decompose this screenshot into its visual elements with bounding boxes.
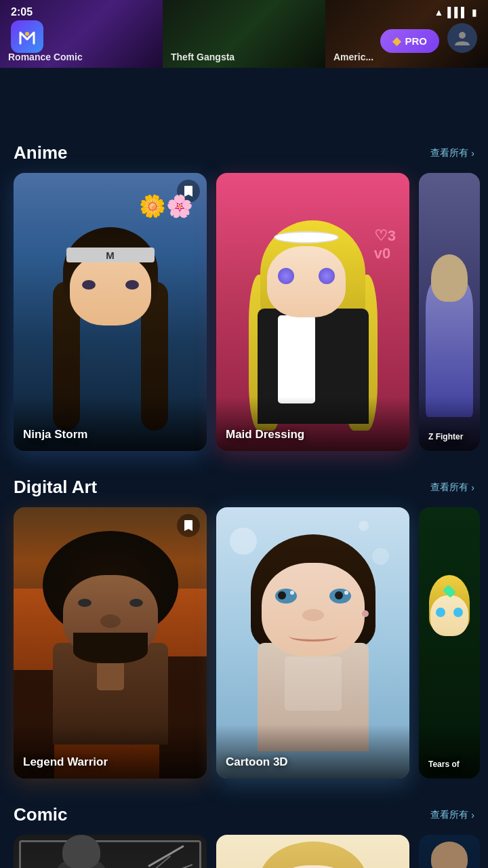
anime-view-all-label: 查看所有 xyxy=(430,147,468,159)
anime-section: Anime 查看所有 › M xyxy=(0,129,488,458)
card-legend-warrior[interactable]: Legend Warrior xyxy=(14,507,207,778)
svg-point-1 xyxy=(459,32,466,39)
svg-point-0 xyxy=(25,32,29,36)
status-icons: ▲ ▌▌▌ ▮ xyxy=(434,7,477,18)
tears-of-label: Tears of xyxy=(428,760,460,769)
card-ninja-storm[interactable]: M 🌼🌸 Ninja Storm xyxy=(14,173,207,451)
pro-diamond-icon: ◆ xyxy=(392,35,401,47)
digital-art-view-all[interactable]: 查看所有 › xyxy=(430,481,474,494)
anime-title: Anime xyxy=(14,142,67,163)
cartoon-3d-label: Cartoon 3D xyxy=(226,755,288,769)
ninja-storm-label: Ninja Storm xyxy=(23,428,87,441)
status-bar: 2:05 ▲ ▌▌▌ ▮ xyxy=(0,0,488,24)
bookmark-warrior[interactable] xyxy=(177,514,200,537)
comic-title: Comic xyxy=(14,804,67,825)
app-logo[interactable] xyxy=(11,20,43,53)
main-content: Anime 查看所有 › M xyxy=(0,129,488,868)
profile-avatar[interactable] xyxy=(447,23,477,53)
maid-dressing-label: Maid Dressing xyxy=(226,428,304,441)
card-maid-dressing[interactable]: ♡3v0 Maid Dressing xyxy=(216,173,409,451)
card-z-fighter[interactable]: Z Fighter xyxy=(419,173,480,451)
anime-chevron-icon: › xyxy=(471,148,474,159)
ninja-character: M xyxy=(53,227,168,417)
maid-character xyxy=(252,220,374,424)
card-comic-3[interactable] xyxy=(419,835,480,868)
wifi-icon: ▲ xyxy=(434,7,443,18)
pro-badge[interactable]: ◆ PRO xyxy=(380,29,439,53)
digital-art-cards-row: Legend Warrior xyxy=(14,507,474,785)
comic-view-all[interactable]: 查看所有 › xyxy=(430,809,474,821)
anime-cards-row: M 🌼🌸 Ninja Storm xyxy=(14,173,474,458)
anime-view-all[interactable]: 查看所有 › xyxy=(430,147,474,159)
signal-icon: ▌▌▌ xyxy=(447,7,468,18)
comic-section-header: Comic 查看所有 › xyxy=(14,791,474,835)
battery-icon: ▮ xyxy=(472,7,477,18)
comic-section: Comic 查看所有 › xyxy=(0,791,488,868)
comic-view-all-label: 查看所有 xyxy=(430,809,468,821)
comic-chevron-icon: › xyxy=(471,810,474,821)
digital-art-chevron-icon: › xyxy=(471,482,474,493)
comic-cards-row xyxy=(14,835,474,868)
status-time: 2:05 xyxy=(11,6,33,18)
digital-art-title: Digital Art xyxy=(14,477,97,498)
cartoon-character xyxy=(245,534,381,751)
flower-decoration: 🌼🌸 xyxy=(139,193,193,219)
digital-art-section: Digital Art 查看所有 › xyxy=(0,463,488,785)
anime-section-header: Anime 查看所有 › xyxy=(14,129,474,173)
legend-warrior-label: Legend Warrior xyxy=(23,755,108,769)
digital-art-section-header: Digital Art 查看所有 › xyxy=(14,463,474,507)
card-comic-1[interactable] xyxy=(14,835,207,868)
digital-art-view-all-label: 查看所有 xyxy=(430,481,468,494)
warrior-character xyxy=(43,541,178,745)
card-tears-of[interactable]: Tears of xyxy=(419,507,480,778)
card-cartoon-3d[interactable]: Cartoon 3D xyxy=(216,507,409,778)
pro-label: PRO xyxy=(405,35,427,47)
z-fighter-label: Z Fighter xyxy=(428,432,463,441)
card-comic-2[interactable] xyxy=(216,835,409,868)
